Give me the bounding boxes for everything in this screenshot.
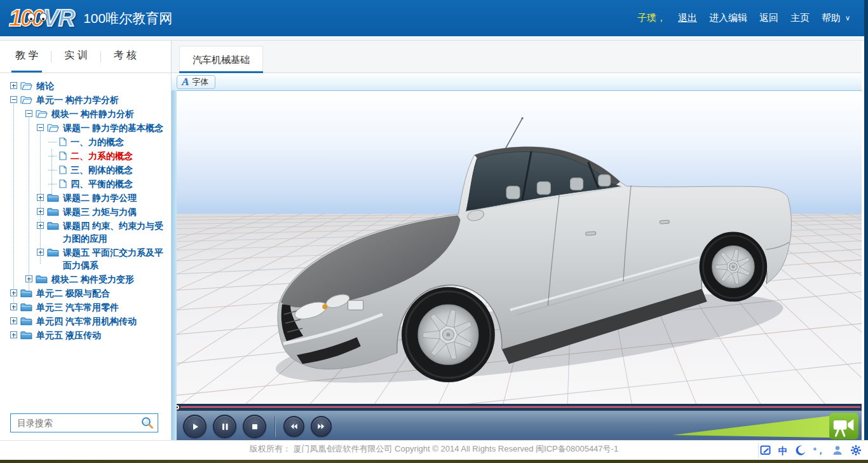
pause-icon [220,422,230,432]
folder-closed-icon [20,289,32,298]
enter-edit-link[interactable]: 进入编辑 [709,12,747,24]
tree-item[interactable]: 一、力的概念 [0,135,168,148]
ime-user-icon[interactable] [832,445,843,456]
expand-icon[interactable] [10,317,17,324]
logo-vr-text: VR [43,5,74,32]
bottom-edge-strip [0,460,868,463]
tab-divider [100,51,101,62]
expand-icon[interactable] [37,222,44,229]
tree-item[interactable]: 课题三 力矩与力偶 [0,205,168,218]
folder-open-icon [36,109,48,118]
speed-wedge [672,416,830,438]
tree-item[interactable]: 课题一 静力学的基本概念 [0,121,168,134]
pause-button[interactable] [213,415,236,438]
tree-item[interactable]: 三、刚体的概念 [0,163,168,176]
copyright-text: 版权所有： 厦门凤凰创壹软件有限公司 Copyright © 2014 All … [0,441,868,457]
course-sidebar: 教 学 实 训 考 核 绪论 单元一 构件力 [0,41,172,440]
silver-sedan-model [272,117,792,401]
rewind-button[interactable] [283,416,304,437]
document-icon [59,179,67,188]
logout-link[interactable]: 退出 [678,12,697,24]
search-icon[interactable] [140,416,154,430]
collapse-icon[interactable] [10,96,17,103]
folder-open-icon [20,81,32,90]
tree-item[interactable]: 单元五 液压传动 [0,329,168,342]
logo-eye-icon [27,13,35,22]
logo-eye-icon [39,13,47,22]
expand-icon[interactable] [10,289,17,296]
tree-item[interactable]: 单元三 汽车常用零件 [0,301,168,314]
seek-bar[interactable] [172,404,862,410]
ime-fullwidth-moon-icon[interactable] [795,445,806,456]
tree-item[interactable]: 单元一 构件力学分析 [0,93,168,106]
tree-item[interactable]: 课题四 约束、约束力与受力图的应用 [0,219,168,245]
tree-item[interactable]: 单元四 汽车常用机构传动 [0,315,168,328]
search-input[interactable] [16,417,140,429]
viewer-toolbar: A 字体 [172,73,862,90]
car-model-viewport[interactable] [172,91,862,404]
course-tree: 绪论 单元一 构件力学分析 模块一 构件静力分析 课题一 静力学的基本概念 [0,73,171,410]
camera-view-button[interactable] [829,413,858,439]
expand-icon[interactable] [10,331,17,338]
catalog-search [0,410,171,440]
expand-icon[interactable] [37,208,44,215]
chevron-down-icon[interactable]: ∨ [845,14,850,22]
document-icon [59,151,67,160]
play-icon [190,422,200,432]
page-footer: 版权所有： 厦门凤凰创壹软件有限公司 Copyright © 2014 All … [0,440,868,463]
right-edge-strip [864,0,868,440]
ime-settings-gear-icon[interactable] [850,445,862,456]
home-link[interactable]: 主页 [790,12,810,24]
forward-button[interactable] [311,416,332,437]
tree-item[interactable]: 课题二 静力学公理 [0,191,168,204]
3d-scene[interactable] [172,90,862,404]
sidebar-tabs: 教 学 实 训 考 核 [0,41,171,73]
expand-icon[interactable] [10,82,17,89]
font-button[interactable]: A 字体 [177,75,215,89]
tab-divider [51,51,51,62]
collapse-icon[interactable] [25,110,32,117]
tab-course-auto-mechanics[interactable]: 汽车机械基础 [179,46,263,73]
main-panel: 汽车机械基础 A 字体 [172,41,868,440]
site-logo[interactable]: 100 VR [9,5,74,32]
logo-100-text: 100 [9,5,43,32]
top-header: 100 VR 100唯尔教育网 子璞， 退出 进入编辑 返回 主页 帮助 ∨ [0,0,868,36]
document-icon [59,165,67,174]
tree-item[interactable]: 四、平衡的概念 [0,177,168,190]
stop-button[interactable] [243,415,266,438]
collapse-icon[interactable] [37,124,44,131]
ime-toolbar: 中 °， [758,443,863,458]
header-links: 子璞， 退出 进入编辑 返回 主页 帮助 ∨ [637,12,859,24]
tree-item[interactable]: 单元二 极限与配合 [0,287,168,300]
tree-item[interactable]: 绪论 [0,79,168,92]
tree-item[interactable]: 课题五 平面汇交力系及平面力偶系 [0,246,168,272]
back-link[interactable]: 返回 [759,12,778,24]
play-button[interactable] [183,415,207,438]
username: 子璞， [637,12,666,24]
tab-teaching[interactable]: 教 学 [11,41,42,73]
video-camera-icon [831,415,857,438]
expand-icon[interactable] [37,249,44,256]
help-link[interactable]: 帮助 [822,12,841,24]
ime-chinese-mode[interactable]: 中 [778,446,788,455]
content-tabbar: 汽车机械基础 [172,41,862,73]
3d-viewer [172,90,862,440]
tab-assessment[interactable]: 考 核 [110,41,140,73]
ime-input-pad-icon[interactable] [760,445,771,456]
ime-punctuation[interactable]: °， [813,446,825,455]
forward-icon [316,422,326,431]
expand-icon[interactable] [37,194,44,201]
expand-icon[interactable] [25,275,32,282]
font-icon: A [182,76,189,87]
tree-item[interactable]: 模块二 构件受力变形 [0,273,168,286]
folder-closed-icon [20,303,32,312]
player-controls [172,410,862,442]
tree-item-selected[interactable]: 二、力系的概念 [0,149,168,162]
folder-closed-icon [20,317,32,326]
site-title: 100唯尔教育网 [83,10,172,27]
folder-closed-icon [47,207,59,216]
expand-icon[interactable] [10,303,17,310]
folder-open-icon [47,123,59,132]
tree-item[interactable]: 模块一 构件静力分析 [0,107,168,120]
tab-practice[interactable]: 实 训 [60,41,91,73]
